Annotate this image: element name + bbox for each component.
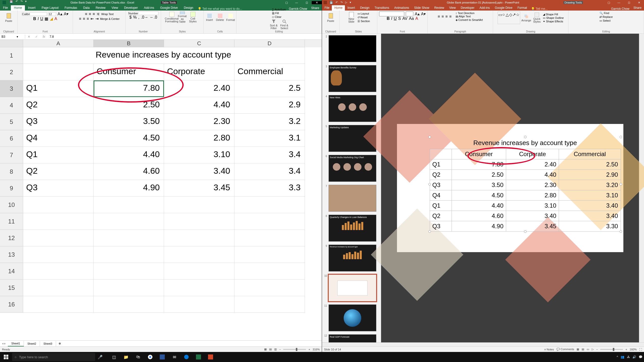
font-name-input[interactable]: [379, 12, 404, 16]
row-15[interactable]: 15: [0, 280, 23, 296]
tab-insert[interactable]: Insert: [345, 5, 357, 11]
undo-icon[interactable]: ↶: [336, 1, 338, 4]
font-size-input[interactable]: [406, 12, 413, 16]
word-icon[interactable]: [156, 352, 168, 362]
cancel-formula-icon[interactable]: ✕: [25, 35, 33, 38]
save-icon[interactable]: 💾: [330, 1, 333, 4]
tab-insert[interactable]: Insert: [25, 5, 38, 11]
grow-font-icon[interactable]: A▴: [58, 12, 62, 16]
view-sorter-icon[interactable]: ▤: [582, 348, 584, 351]
cell-b6[interactable]: 4.50: [94, 130, 164, 147]
thumb-4[interactable]: 4New Hires: [324, 95, 379, 122]
minimize-icon[interactable]: —: [292, 1, 302, 4]
thumb-10[interactable]: 10: [324, 275, 379, 301]
row-3[interactable]: 3: [0, 80, 23, 97]
share-button[interactable]: Share: [309, 6, 322, 11]
shapes-gallery[interactable]: ▭○△◇↗☆: [498, 12, 520, 24]
cell-a5[interactable]: Q3: [23, 114, 94, 130]
cell-d8[interactable]: 3.4: [234, 163, 305, 180]
cell-b9[interactable]: 4.90: [94, 180, 164, 197]
row-12[interactable]: 12: [0, 230, 23, 246]
select-button[interactable]: ▭ Select: [599, 19, 613, 22]
title-cell[interactable]: Revenue increases by account type: [23, 47, 305, 64]
store-icon[interactable]: 🛍: [132, 352, 144, 362]
save-icon[interactable]: 💾: [10, 0, 13, 5]
align-text-button[interactable]: ▤ Align Text: [456, 15, 483, 18]
cell-a8[interactable]: Q2: [23, 163, 94, 180]
thumb-2[interactable]: 2: [324, 35, 379, 62]
ribbon-options-icon[interactable]: ▢: [281, 1, 292, 4]
task-view-icon[interactable]: ◫: [108, 352, 120, 362]
bold-button[interactable]: B: [33, 17, 36, 21]
horizontal-scrollbar[interactable]: [322, 342, 644, 346]
maximize-icon[interactable]: ◻: [624, 1, 634, 4]
col-d[interactable]: D: [234, 40, 305, 47]
tab-addins[interactable]: Add-ins: [477, 5, 492, 11]
font-color-icon[interactable]: A: [54, 17, 57, 21]
tab-googledrive[interactable]: Google Drive: [157, 5, 181, 11]
tab-addins[interactable]: Add-ins: [141, 5, 157, 11]
arrange-button[interactable]: Arrange: [522, 12, 531, 24]
system-tray[interactable]: ^ 👥 🖧 🔊 💬: [617, 355, 644, 359]
shrink-font-icon[interactable]: A▾: [64, 12, 69, 16]
row-10[interactable]: 10: [0, 197, 23, 213]
sort-filter-button[interactable]: Sort & Filter: [269, 19, 278, 30]
shape-fill-button[interactable]: ◢ Shape Fill: [543, 13, 564, 16]
tab-pagelayout[interactable]: Page Layout: [38, 5, 61, 11]
row-11[interactable]: 11: [0, 213, 23, 230]
select-all-corner[interactable]: [0, 40, 23, 47]
indent-inc-icon[interactable]: ⇥: [95, 16, 99, 21]
align-bot-icon[interactable]: ≡: [93, 12, 95, 16]
replace-button[interactable]: ⇄ Replace: [599, 15, 613, 19]
border-icon[interactable]: ▦: [45, 16, 48, 21]
tab-file[interactable]: File: [0, 5, 11, 11]
cell-b4[interactable]: 2.50: [94, 97, 164, 114]
tab-design[interactable]: Design: [181, 5, 196, 11]
tab-data[interactable]: Data: [80, 5, 93, 11]
row-6[interactable]: 6: [0, 130, 23, 147]
paste-button[interactable]: Paste: [4, 12, 13, 23]
find-select-button[interactable]: Find & Select: [280, 19, 289, 30]
share-button[interactable]: Share: [631, 5, 644, 11]
row-4[interactable]: 4: [0, 97, 23, 114]
tab-file[interactable]: File: [322, 5, 332, 11]
user-label[interactable]: Garrick Chow: [289, 7, 309, 11]
new-slide-button[interactable]: New Slide: [347, 12, 356, 23]
network-icon[interactable]: 🖧: [627, 355, 630, 359]
view-pagebreak-icon[interactable]: ▥: [274, 348, 277, 351]
cell-c5[interactable]: 2.30: [164, 114, 234, 130]
tab-transitions[interactable]: Transitions: [372, 5, 392, 11]
cell-c3[interactable]: 2.40: [164, 80, 234, 97]
fill-button[interactable]: ▥ Fill: [272, 12, 279, 15]
slide-table[interactable]: Consumer Corporate Commercial Q17.802.40…: [430, 149, 621, 232]
autosum-button[interactable]: ∑ AutoSum: [272, 8, 286, 11]
layout-button[interactable]: ▭ Layout: [357, 12, 370, 15]
cell-d3[interactable]: 2.5: [234, 80, 305, 97]
undo-icon[interactable]: ↶: [16, 0, 18, 5]
cell-d2[interactable]: Commercial: [234, 64, 305, 80]
tab-review[interactable]: Review: [93, 5, 108, 11]
zoom-out-icon[interactable]: −: [596, 348, 598, 351]
font-name-input[interactable]: [22, 12, 47, 16]
row-9[interactable]: 9: [0, 180, 23, 197]
view-normal-icon[interactable]: ▦: [264, 348, 267, 351]
number-format-input[interactable]: [128, 12, 158, 15]
thumb-12[interactable]: 12Real GDP Forecast: [324, 334, 379, 342]
cell-c6[interactable]: 2.80: [164, 130, 234, 147]
insert-cells-button[interactable]: Insert: [205, 12, 214, 23]
quick-styles-button[interactable]: Quick Styles: [532, 12, 541, 24]
align-right-icon[interactable]: ≡: [87, 17, 89, 21]
row-14[interactable]: 14: [0, 263, 23, 280]
edge-icon[interactable]: [181, 352, 192, 362]
redo-icon[interactable]: ↷: [340, 1, 343, 4]
orientation-icon[interactable]: ⤭: [96, 12, 100, 16]
tab-design[interactable]: Design: [357, 5, 372, 11]
fill-color-icon[interactable]: ◢: [50, 16, 53, 21]
slide-canvas[interactable]: Revenue increases by account type Consum…: [381, 34, 639, 342]
fit-to-window-icon[interactable]: ⛶: [639, 348, 642, 351]
tellme-search[interactable]: 💡 Tell me...: [531, 7, 548, 11]
excel-icon[interactable]: [193, 352, 204, 362]
sheet-tab-2[interactable]: Sheet2: [24, 341, 40, 346]
dec-decimal-icon[interactable]: ←.0: [150, 15, 157, 20]
name-box-input[interactable]: [2, 35, 17, 38]
